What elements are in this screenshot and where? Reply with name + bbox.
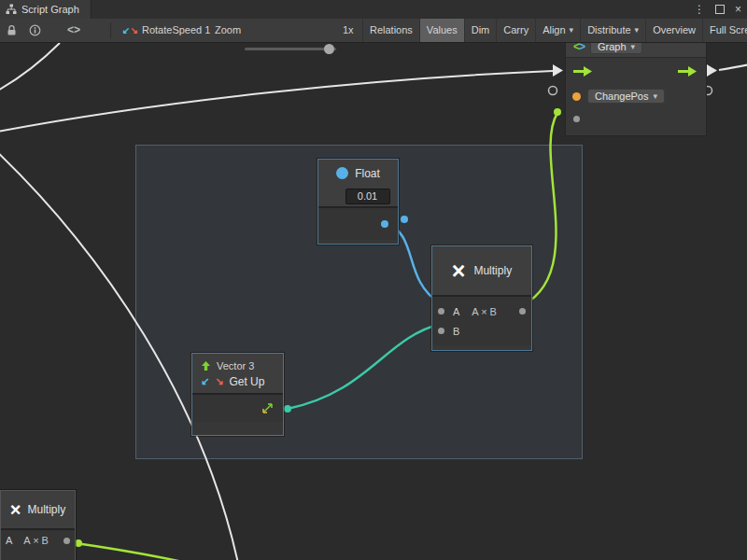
chevron-down-icon: ▾ (654, 91, 658, 101)
code-toggle-icon[interactable]: <> (67, 19, 80, 42)
overview-button[interactable]: Overview (645, 19, 702, 42)
button-label: Carry (503, 19, 529, 42)
dim-button[interactable]: Dim (464, 19, 497, 42)
close-icon[interactable]: × (735, 0, 741, 19)
float-value-input[interactable]: 0.01 (345, 189, 390, 204)
node-multiply-partial[interactable]: × Multiply A A × B (0, 490, 76, 560)
input-label-a: A (453, 306, 459, 317)
button-label: Align (543, 19, 565, 42)
script-machine-icon: ↙↘ (122, 19, 138, 42)
node-multiply[interactable]: × Multiply A A × B B (431, 245, 532, 351)
unity-script-graph-window: Float 0.01 × Multiply A A × B B (0, 0, 747, 560)
titlebar: Script Graph ⋮ × (0, 0, 747, 20)
zoom-slider-handle[interactable] (324, 44, 334, 54)
transform-arrow-sw-icon: ↙ (201, 376, 209, 386)
node-vector3-get-up[interactable]: Vector 3 ↙ ↘ Get Up (191, 353, 284, 436)
node-multiply2-body: A A × B (1, 530, 75, 560)
chevron-down-icon: ▾ (635, 19, 640, 42)
multiply-row-b: B (432, 321, 531, 341)
node-title: Float (355, 167, 380, 180)
node-float[interactable]: Float 0.01 (317, 159, 399, 245)
wire-white-right-stub[interactable] (719, 63, 747, 70)
node-getup-header[interactable]: Vector 3 ↙ ↘ Get Up (192, 354, 283, 393)
node-float-header[interactable]: Float (318, 160, 398, 187)
changepos-dropdown-label: ChangePos (595, 91, 649, 102)
script-graph-icon (6, 4, 17, 15)
fullscreen-button[interactable]: Full Screen (702, 19, 747, 42)
distribute-dropdown-button[interactable]: Distribute ▾ (580, 19, 645, 42)
changepos-dropdown[interactable]: ChangePos ▾ (587, 89, 665, 104)
carry-button[interactable]: Carry (496, 19, 535, 42)
value-port-row (566, 108, 706, 129)
vector-output-icon[interactable] (261, 402, 274, 414)
button-label: Values (427, 19, 458, 42)
button-label: Distribute (587, 19, 630, 42)
chevron-down-icon: ▾ (570, 19, 574, 42)
tab-script-graph[interactable]: Script Graph (0, 0, 92, 19)
toolbar: <> ↙↘ RotateSpeed 1 Zoom 1x Relations Va… (0, 19, 747, 43)
multiply-row-a: A A × B (432, 301, 531, 321)
machine-breadcrumb[interactable]: RotateSpeed 1 (142, 19, 210, 42)
multiply-icon: × (452, 259, 466, 283)
node-multiply-body: A A × B B (432, 297, 531, 345)
flow-row (566, 58, 706, 84)
relations-button[interactable]: Relations (362, 19, 419, 42)
float-type-icon (336, 167, 348, 179)
transform-arrow-se-icon: ↘ (215, 376, 223, 386)
wire-white-topleft[interactable] (0, 43, 60, 93)
variable-input-port[interactable] (572, 92, 581, 101)
button-label: Overview (653, 19, 696, 42)
input-port-a[interactable] (438, 308, 444, 315)
graph-panel: <> Graph ▾ ChangePos ▾ (565, 35, 707, 136)
flow-input-arrow-icon[interactable] (572, 65, 593, 77)
node-type-label: Vector 3 (217, 360, 254, 371)
tab-title: Script Graph (21, 4, 79, 15)
titlebar-controls: ⋮ × (694, 0, 741, 19)
node-multiply2-header[interactable]: × Multiply (1, 491, 75, 528)
node-title: Get Up (229, 375, 264, 388)
node-getup-body (192, 395, 283, 422)
float-output-port[interactable] (381, 220, 388, 228)
multiply-icon: × (10, 500, 21, 519)
zoom-label: Zoom (215, 19, 241, 42)
input-port-b[interactable] (438, 328, 444, 334)
node-title: Multiply (28, 503, 66, 516)
input-label-b: B (453, 326, 459, 337)
info-icon[interactable] (29, 24, 41, 36)
wire-multiply2-output[interactable] (63, 541, 222, 560)
output-port[interactable] (519, 308, 526, 315)
value-input-port[interactable] (573, 116, 580, 122)
lock-icon[interactable] (6, 24, 18, 36)
getup-type-line: Vector 3 (201, 357, 283, 373)
output-port[interactable] (63, 538, 70, 544)
float-value-row: 0.01 (318, 187, 398, 206)
wire-cap-green-top[interactable] (554, 108, 561, 116)
chevron-down-icon: ▾ (631, 42, 636, 51)
zoom-slider-track[interactable] (245, 48, 336, 50)
output-label: A × B (472, 306, 497, 317)
zoom-value: 1x (343, 19, 354, 42)
values-button[interactable]: Values (419, 19, 464, 42)
toolbar-buttons: Relations Values Dim Carry Align ▾ Distr… (362, 19, 747, 42)
button-label: Dim (472, 19, 490, 42)
flow-output-arrow-icon[interactable] (677, 65, 698, 77)
output-label: A × B (23, 535, 49, 546)
node-multiply-header[interactable]: × Multiply (432, 246, 531, 295)
wire-white-across-top[interactable] (0, 71, 553, 133)
toolbar-separator (110, 22, 111, 38)
port-circle-left[interactable] (549, 87, 557, 95)
kebab-menu-icon[interactable]: ⋮ (694, 0, 705, 19)
machine-arrow-se-icon: ↘ (130, 25, 137, 35)
vector3-up-arrow-icon (201, 360, 211, 371)
button-label: Relations (370, 19, 413, 42)
flow-port-triangle-left[interactable] (553, 64, 563, 77)
wire-cap-green-bottom[interactable] (75, 539, 82, 547)
align-dropdown-button[interactable]: Align ▾ (535, 19, 580, 42)
multiply2-row-a: A A × B (1, 530, 75, 551)
input-label-a: A (6, 535, 12, 546)
node-float-body (318, 208, 398, 240)
flow-port-triangle-right[interactable] (707, 64, 717, 77)
variable-row: ChangePos ▾ (566, 84, 706, 108)
node-title: Multiply (473, 264, 512, 277)
maximize-icon[interactable] (715, 5, 725, 14)
